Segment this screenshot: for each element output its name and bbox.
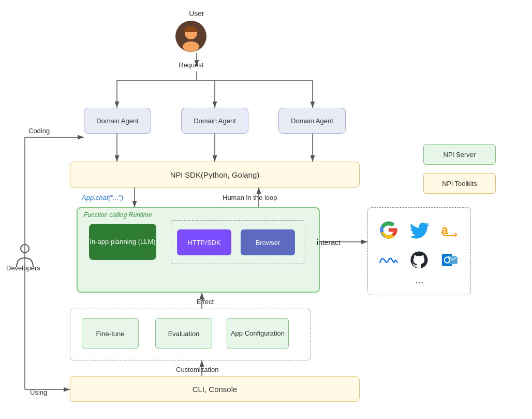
inapp-planning-box: In-app planning (LLM) <box>89 224 156 260</box>
google-icon-item <box>376 217 402 243</box>
github-icon-item <box>406 247 432 273</box>
svg-point-21 <box>183 41 199 52</box>
effect-label: Effect <box>197 298 214 306</box>
domain-agent-2: Domain Agent <box>181 108 248 134</box>
interact-label: interact <box>317 238 341 247</box>
npi-sdk-box: NPi SDK(Python, Golang) <box>70 162 360 187</box>
finetune-box: Fine-tune <box>82 318 139 349</box>
cli-console-box: CLI, Console <box>70 376 360 402</box>
request-label: Request <box>179 61 203 69</box>
amazon-icon-item: a <box>437 217 463 243</box>
human-loop-label: Human in the loop <box>223 194 277 201</box>
icons-box: a <box>367 207 471 295</box>
evaluation-box: Evaluation <box>155 318 212 349</box>
npi-server-box: NPi Server <box>423 144 496 165</box>
user-avatar <box>174 20 208 53</box>
using-label: Using <box>30 388 47 396</box>
app-chat-label: App.chat("...") <box>82 194 123 201</box>
meta-icon-item <box>376 247 402 273</box>
user-label: User <box>181 9 212 18</box>
domain-agent-1: Domain Agent <box>84 108 151 134</box>
diagram-container: User Request Domain Agent Domain Agent D… <box>0 0 532 419</box>
coding-label: Coding <box>28 127 50 135</box>
http-sdk-box: HTTP/SDK <box>177 229 231 255</box>
svg-point-27 <box>445 258 449 263</box>
icons-row-1: a <box>368 217 470 243</box>
twitter-icon-item <box>406 217 432 243</box>
appconfig-box: App Configuration <box>227 318 289 349</box>
svg-point-22 <box>21 244 29 253</box>
domain-agent-3: Domain Agent <box>278 108 346 134</box>
svg-text:a: a <box>441 223 449 237</box>
developers-label: Developers <box>6 264 40 272</box>
outlook-icon-item <box>437 247 463 273</box>
dots-label: ... <box>368 274 470 286</box>
icons-row-2 <box>368 247 470 273</box>
npi-toolkits-box: NPi Toolkits <box>423 173 496 194</box>
function-runtime-label: Function calling Runtime <box>84 211 152 219</box>
customization-label: Customization <box>176 366 218 373</box>
browser-box: Browser <box>241 229 295 255</box>
